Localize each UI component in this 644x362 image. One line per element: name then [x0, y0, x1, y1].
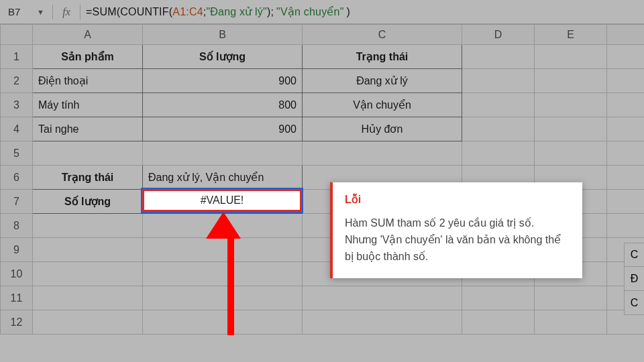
spreadsheet-grid[interactable]: A B C D E 1 Sản phẩm Số lượng Trạng thái… [0, 24, 644, 335]
cell[interactable] [33, 141, 143, 166]
row-header[interactable]: 9 [1, 238, 33, 262]
cell[interactable]: 900 [143, 117, 303, 141]
cell[interactable] [462, 141, 535, 166]
active-cell-ref: B7 [8, 6, 20, 17]
cell[interactable]: 900 [143, 69, 303, 93]
cell[interactable] [303, 141, 462, 166]
cell[interactable] [535, 141, 607, 166]
col-header-C[interactable]: C [303, 25, 462, 45]
cell[interactable] [535, 117, 607, 141]
cell[interactable]: Hủy đơn [303, 117, 462, 141]
cell[interactable] [607, 45, 645, 69]
cell[interactable] [33, 214, 143, 238]
cell[interactable] [462, 69, 535, 93]
cell[interactable] [462, 93, 535, 117]
col-header-F[interactable] [607, 25, 645, 45]
cell[interactable] [535, 310, 607, 335]
cell[interactable] [33, 310, 143, 335]
row-header[interactable]: 2 [1, 69, 33, 93]
cell[interactable]: Tai nghe [33, 117, 143, 141]
row-header[interactable]: 12 [1, 310, 33, 335]
cell[interactable] [607, 190, 645, 214]
annotation-arrow-icon [220, 212, 241, 335]
cell[interactable] [303, 310, 462, 335]
side-strip: C Đ C [624, 243, 644, 315]
highlighted-argument: "Vận chuyển" [274, 5, 346, 18]
cell[interactable] [607, 69, 645, 93]
cell[interactable] [462, 117, 535, 141]
cell[interactable] [462, 45, 535, 69]
caret-down-icon: ▼ [37, 8, 44, 16]
cell[interactable] [33, 262, 143, 286]
cell[interactable] [607, 166, 645, 190]
col-header-E[interactable]: E [535, 25, 607, 45]
cell[interactable]: Đang xử lý, Vận chuyển [143, 166, 303, 190]
row-header[interactable]: 1 [1, 45, 33, 69]
col-header-D[interactable]: D [462, 25, 535, 45]
error-message: Hàm SUM tham số 2 yêu cầu giá trị số. Nh… [345, 215, 568, 265]
row-header[interactable]: 4 [1, 117, 33, 141]
row-header[interactable]: 5 [1, 141, 33, 166]
row-header[interactable]: 3 [1, 93, 33, 117]
cell[interactable] [535, 93, 607, 117]
cell[interactable] [607, 117, 645, 141]
row-header[interactable]: 10 [1, 262, 33, 286]
cell[interactable] [535, 45, 607, 69]
cell[interactable]: Số lượng [143, 45, 303, 69]
cell-value: #VALUE! [201, 194, 244, 206]
formula-bar: B7 ▼ fx =SUM(COUNTIF(A1:C4;"Đang xử lý")… [0, 0, 644, 24]
cell[interactable]: Máy tính [33, 93, 143, 117]
cell[interactable] [535, 69, 607, 93]
active-cell-B7[interactable]: #VALUE! [142, 189, 302, 212]
corner-cell[interactable] [1, 25, 33, 45]
cell[interactable] [607, 93, 645, 117]
fx-icon[interactable]: fx [53, 6, 80, 18]
col-header-B[interactable]: B [143, 25, 303, 45]
cell[interactable] [33, 286, 143, 310]
cell[interactable]: Điện thoại [33, 69, 143, 93]
cell[interactable] [462, 286, 535, 310]
cell[interactable] [607, 214, 645, 238]
cell[interactable]: Sản phẩm [33, 45, 143, 69]
cell[interactable]: Trạng thái [33, 166, 143, 190]
row-header[interactable]: 6 [1, 166, 33, 190]
cell[interactable]: Vận chuyển [303, 93, 462, 117]
col-header-A[interactable]: A [33, 25, 143, 45]
name-box[interactable]: B7 ▼ [0, 6, 52, 17]
cell[interactable] [607, 141, 645, 166]
row-header[interactable]: 11 [1, 286, 33, 310]
cell[interactable] [462, 310, 535, 335]
cell[interactable] [303, 286, 462, 310]
cell[interactable] [143, 141, 303, 166]
formula-input[interactable]: =SUM(COUNTIF(A1:C4;"Đang xử lý");"Vận ch… [80, 5, 356, 18]
cell[interactable]: Số lượng [33, 190, 143, 214]
cell[interactable] [33, 238, 143, 262]
cell[interactable]: Trạng thái [303, 45, 462, 69]
row-header[interactable]: 7 [1, 190, 33, 214]
error-tooltip: Lỗi Hàm SUM tham số 2 yêu cầu giá trị số… [330, 182, 582, 278]
cell[interactable] [535, 286, 607, 310]
error-title: Lỗi [345, 193, 568, 206]
cell[interactable]: Đang xử lý [303, 69, 462, 93]
cell[interactable]: 800 [143, 93, 303, 117]
row-header[interactable]: 8 [1, 214, 33, 238]
